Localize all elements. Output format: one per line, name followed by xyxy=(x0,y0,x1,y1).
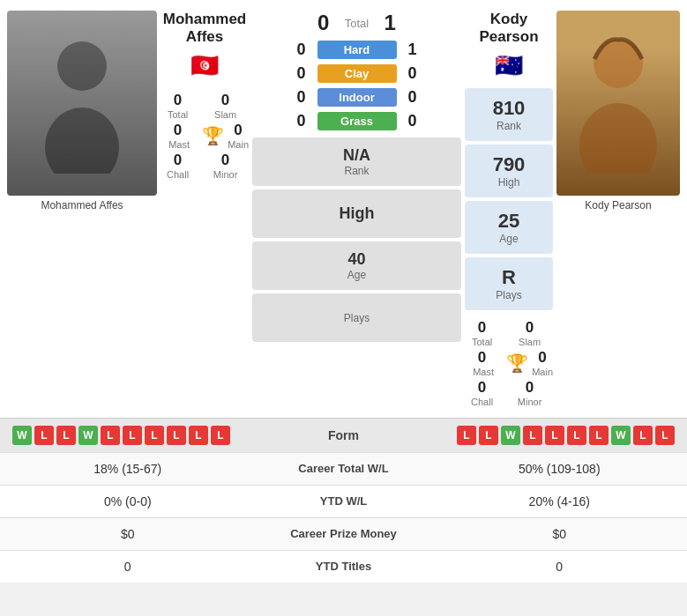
left-mast-lbl: Mast xyxy=(168,139,190,150)
stats-row-2: $0 Career Prize Money $0 xyxy=(0,517,687,550)
left-slam-val: 0 xyxy=(221,92,229,109)
stats-label-0: Career Total W/L xyxy=(256,453,432,484)
right-mast-val: 0 xyxy=(478,349,486,367)
left-player-name-below: Mohammed Affes xyxy=(7,199,157,212)
form-badge-l: L xyxy=(211,426,230,445)
left-slam-lbl: Slam xyxy=(214,109,236,120)
stats-left-3: 0 xyxy=(0,551,256,583)
form-badge-w: W xyxy=(611,426,631,445)
score-hard-right: 1 xyxy=(404,41,422,59)
right-age-label: Age xyxy=(499,233,518,245)
right-total-lbl: Total xyxy=(472,337,492,347)
form-badge-l: L xyxy=(56,426,76,445)
left-chall-val: 0 xyxy=(174,152,182,169)
score-total-label: Total xyxy=(345,17,369,30)
right-mast-lbl: Mast xyxy=(473,367,494,377)
svg-point-3 xyxy=(579,103,657,174)
left-main-lbl: Main xyxy=(228,139,249,150)
left-high-value: High xyxy=(340,204,375,223)
right-age-box: 25 Age xyxy=(465,201,553,254)
left-plays-label: Plays xyxy=(344,312,370,324)
left-trophy-icon: 🏆 xyxy=(202,125,224,146)
career-stats-table: 18% (15-67) Career Total W/L 50% (109-10… xyxy=(0,452,687,583)
score-hard-left: 0 xyxy=(293,41,310,59)
right-high-value: 790 xyxy=(493,153,526,176)
right-main-val: 0 xyxy=(538,349,546,367)
right-plays-value: R xyxy=(502,266,516,289)
svg-point-0 xyxy=(57,41,107,91)
surface-clay-badge: Clay xyxy=(317,64,397,83)
left-mast-val: 0 xyxy=(174,122,182,139)
form-badge-l: L xyxy=(479,426,498,445)
stats-left-0: 18% (15-67) xyxy=(0,453,256,485)
left-main-val: 0 xyxy=(234,122,242,139)
form-badge-l: L xyxy=(523,426,542,445)
left-high-box: High xyxy=(252,189,461,238)
stats-right-2: $0 xyxy=(432,518,688,550)
left-age-box: 40 Age xyxy=(252,241,461,290)
left-rank-box: N/A Rank xyxy=(252,137,461,186)
right-rank-value: 810 xyxy=(493,97,526,120)
form-section: WLLWLLLLLL Form LLWLLLLWLL xyxy=(0,418,687,452)
form-badge-l: L xyxy=(567,426,586,445)
right-main-lbl: Main xyxy=(532,367,553,377)
left-total-val: 0 xyxy=(174,92,182,109)
score-clay-left: 0 xyxy=(293,64,310,83)
score-clay-right: 0 xyxy=(404,64,422,83)
right-player-info: KodyPearson 🇦🇺 810 Rank 790 High 25 Age … xyxy=(465,11,553,407)
stats-right-1: 20% (4-16) xyxy=(432,486,688,517)
stats-label-1: YTD W/L xyxy=(256,486,432,516)
form-badge-w: W xyxy=(501,426,520,445)
left-player-info: MohammedAffes 🇹🇳 0 Total 0 Slam 0 Mast 🏆 xyxy=(161,11,249,407)
form-badge-l: L xyxy=(123,426,142,445)
right-plays-box: R Plays xyxy=(465,257,553,310)
form-right: LLWLLLLWLL xyxy=(457,426,676,445)
stats-left-1: 0% (0-0) xyxy=(0,486,256,517)
left-minor-lbl: Minor xyxy=(213,169,238,180)
form-badge-l: L xyxy=(589,426,609,445)
surface-grass-badge: Grass xyxy=(317,112,397,130)
left-chall-lbl: Chall xyxy=(167,169,189,180)
form-badge-l: L xyxy=(457,426,476,445)
left-rank-value: N/A xyxy=(343,146,370,165)
left-total-lbl: Total xyxy=(168,109,188,120)
stats-row-1: 0% (0-0) YTD W/L 20% (4-16) xyxy=(0,485,687,517)
surface-indoor-badge: Indoor xyxy=(317,88,397,107)
right-total-val: 0 xyxy=(478,319,486,337)
right-chall-val: 0 xyxy=(478,379,486,397)
form-badge-w: W xyxy=(78,426,98,445)
right-player-flag: 🇦🇺 xyxy=(495,52,523,79)
right-high-box: 790 High xyxy=(465,145,553,197)
left-age-value: 40 xyxy=(347,250,365,269)
form-badge-l: L xyxy=(545,426,564,445)
right-minor-val: 0 xyxy=(526,379,534,397)
left-rank-label: Rank xyxy=(344,165,369,177)
score-grass-right: 0 xyxy=(404,112,422,130)
form-badge-l: L xyxy=(655,426,675,445)
form-badge-l: L xyxy=(167,426,186,445)
left-player-name: MohammedAffes xyxy=(163,11,246,47)
form-badge-l: L xyxy=(34,426,54,445)
right-slam-lbl: Slam xyxy=(519,337,541,347)
form-badge-w: W xyxy=(12,426,32,445)
stats-label-2: Career Prize Money xyxy=(256,518,432,549)
score-total-right: 1 xyxy=(379,11,400,35)
right-plays-label: Plays xyxy=(496,289,521,301)
form-badge-l: L xyxy=(101,426,120,445)
stats-label-3: YTD Titles xyxy=(256,551,432,582)
score-indoor-left: 0 xyxy=(293,88,310,107)
form-left: WLLWLLLLLL xyxy=(11,426,230,445)
svg-point-1 xyxy=(45,108,119,174)
right-player-name-below: Kody Pearson xyxy=(556,199,680,212)
stats-left-2: $0 xyxy=(0,518,256,550)
left-player-flag: 🇹🇳 xyxy=(190,52,219,79)
left-minor-val: 0 xyxy=(221,152,229,169)
stats-right-3: 0 xyxy=(432,551,688,583)
middle-column: 0 Total 1 0 Hard 1 0 Clay 0 0 Indoor xyxy=(252,11,461,407)
right-age-value: 25 xyxy=(498,210,519,233)
form-label: Form xyxy=(234,428,453,442)
score-indoor-right: 0 xyxy=(404,88,422,107)
left-player-photo: Mohammed Affes xyxy=(7,11,157,407)
stats-row-3: 0 YTD Titles 0 xyxy=(0,550,687,583)
score-grass-left: 0 xyxy=(293,112,310,130)
